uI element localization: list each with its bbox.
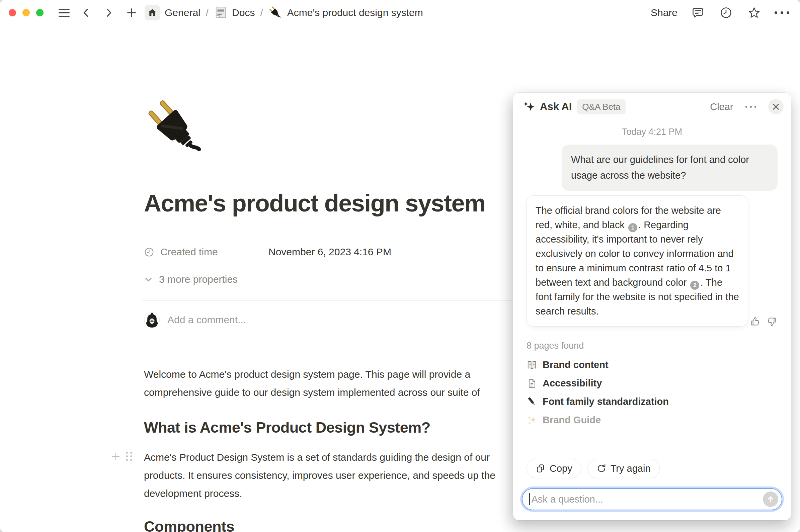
chevron-down-icon [144,275,153,284]
breadcrumb: General / Docs / [145,5,423,20]
send-button[interactable] [763,492,778,507]
plug-icon [268,6,282,20]
ask-question-box [522,488,782,510]
ask-ai-header: Ask AI Q&A Beta Clear [513,93,791,121]
zoom-window-button[interactable] [36,9,43,16]
breadcrumb-item-docs[interactable]: Docs [232,7,255,18]
close-icon [772,103,780,110]
share-button[interactable]: Share [651,7,677,18]
pages-found-label: 8 pages found [526,341,778,351]
source-page-font-family[interactable]: Font family standardization [526,393,778,411]
avatar [144,312,160,328]
comments-icon[interactable] [690,5,706,20]
citation-1[interactable]: 1 [628,223,637,232]
section-heading-components[interactable]: Components [144,518,234,532]
qa-beta-badge: Q&A Beta [577,99,625,114]
text-caret [529,493,530,505]
source-page-accessibility[interactable]: Accessibility [526,374,778,393]
try-again-button[interactable]: Try again [588,459,660,478]
sparkles-icon [526,415,537,425]
breadcrumb-item-general[interactable]: General [165,7,201,18]
arrow-up-icon [766,495,775,504]
property-created-time: Created time November 6, 2023 4:16 PM [144,246,391,258]
page-title[interactable]: Acme's product design system [144,189,485,217]
favorite-star-icon[interactable] [746,5,762,20]
app-window: General / Docs / [0,0,800,532]
add-block-icon[interactable] [111,452,120,461]
citation-2[interactable]: 2 [690,281,699,290]
add-comment-placeholder[interactable]: Add a comment... [167,314,246,326]
drag-handle-icon[interactable] [126,452,132,461]
block-controls [111,452,132,461]
forward-button[interactable] [101,5,116,20]
breadcrumb-separator: / [260,7,263,18]
pen-icon [526,397,537,407]
more-properties-toggle[interactable]: 3 more properties [144,274,238,285]
intro-paragraph[interactable]: Welcome to Acme's product design system … [144,365,480,401]
docs-page-icon [214,6,227,19]
user-question-bubble: What are our guidelines for font and col… [562,145,778,191]
ai-sparkle-icon [522,100,535,113]
comment-composer[interactable]: Add a comment... [144,312,246,328]
chat-timestamp: Today 4:21 PM [526,127,778,137]
ai-answer-bubble: The official brand colors for the websit… [526,195,748,326]
home-icon[interactable] [145,5,160,20]
copy-icon [536,463,545,473]
toolbar: General / Docs / [0,0,800,25]
close-window-button[interactable] [9,9,16,16]
back-button[interactable] [78,5,94,20]
clock-icon [144,247,154,257]
section1-paragraph[interactable]: Acme's Product Design System is a set of… [144,448,496,502]
retry-icon [596,463,607,473]
traffic-lights [9,9,43,16]
chat-thread: Today 4:21 PM What are our guidelines fo… [513,127,791,429]
clear-button[interactable]: Clear [710,101,733,112]
ask-ai-title: Ask AI [540,101,572,113]
minimize-window-button[interactable] [22,9,30,16]
sidebar-toggle-icon[interactable] [59,9,70,17]
created-time-value[interactable]: November 6, 2023 4:16 PM [268,246,391,258]
ask-question-input[interactable] [532,494,759,505]
source-page-brand-content[interactable]: Brand content [526,356,778,374]
book-icon [526,360,537,370]
source-page-brand-guide[interactable]: Brand Guide [526,411,778,429]
new-page-button[interactable] [124,5,139,20]
created-time-property[interactable]: Created time [144,246,268,258]
ask-ai-panel: Ask AI Q&A Beta Clear Today 4:21 PM What… [513,93,791,520]
close-panel-button[interactable] [768,99,784,114]
breadcrumb-item-current-page[interactable]: Acme's product design system [287,7,423,18]
breadcrumb-separator: / [206,7,208,18]
thumbs-down-icon[interactable] [766,316,778,328]
thumbs-up-icon[interactable] [749,316,761,328]
ask-ai-footer: Copy Try again [522,459,782,510]
source-page-list: Brand content Accessibility [526,356,778,429]
copy-button[interactable]: Copy [526,459,581,478]
page-plug-icon[interactable] [144,96,209,162]
document-icon [526,378,537,388]
more-options-icon[interactable] [775,12,789,14]
panel-more-options-icon[interactable] [743,104,759,110]
updates-clock-icon[interactable] [718,5,734,20]
section-heading-what-is[interactable]: What is Acme's Product Design System? [144,419,430,436]
